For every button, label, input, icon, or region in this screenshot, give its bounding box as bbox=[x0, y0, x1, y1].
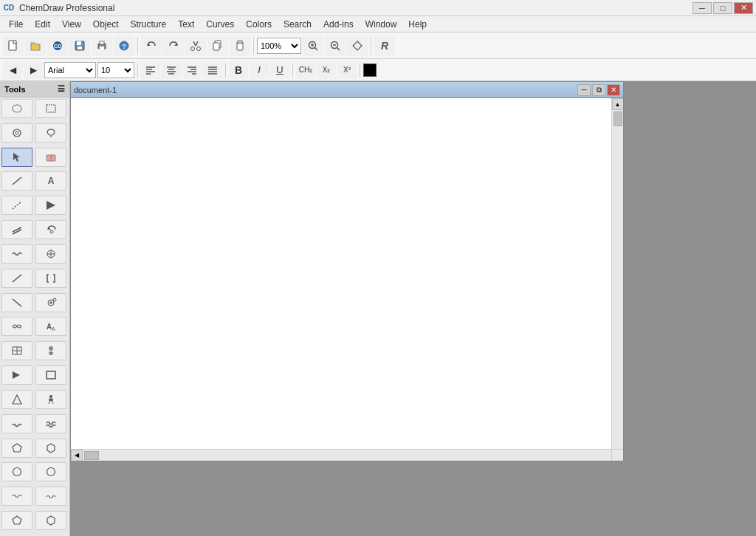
tool-person[interactable] bbox=[35, 390, 66, 409]
menu-colors[interactable]: Colors bbox=[240, 16, 278, 32]
scroll-up-button[interactable]: ▲ bbox=[612, 98, 624, 110]
tool-table[interactable] bbox=[1, 341, 32, 360]
tool-penta2[interactable] bbox=[1, 511, 32, 530]
tool-lasso[interactable] bbox=[35, 123, 66, 142]
redo-button[interactable] bbox=[163, 35, 184, 56]
tool-attach-point[interactable] bbox=[35, 293, 66, 312]
zoom-in-button[interactable] bbox=[303, 35, 323, 56]
help-button[interactable]: ? bbox=[114, 35, 134, 56]
tool-triangle[interactable] bbox=[1, 390, 32, 409]
tool-bond-line[interactable] bbox=[1, 269, 32, 288]
tool-wedge-bond[interactable] bbox=[35, 196, 66, 215]
bold-button[interactable]: B bbox=[229, 61, 248, 79]
svg-marker-76 bbox=[13, 395, 21, 404]
document-restore-button[interactable]: ⧉ bbox=[592, 84, 605, 96]
print-button[interactable] bbox=[92, 35, 112, 56]
menu-text[interactable]: Text bbox=[172, 16, 200, 32]
copy-button[interactable] bbox=[207, 35, 228, 56]
tool-bond-double[interactable] bbox=[1, 220, 32, 239]
actual-size-button[interactable] bbox=[347, 35, 368, 56]
vertical-scrollbar[interactable]: ▲ ▼ bbox=[611, 98, 623, 461]
menu-object[interactable]: Object bbox=[87, 16, 125, 32]
tool-pentagon[interactable] bbox=[1, 439, 32, 458]
tool-play-arrow[interactable] bbox=[1, 365, 32, 385]
tool-bond-line2[interactable] bbox=[1, 293, 32, 312]
superscript-button[interactable]: X² bbox=[337, 61, 357, 79]
tool-hexagon[interactable] bbox=[35, 439, 66, 458]
tool-wave3[interactable] bbox=[1, 487, 32, 506]
tool-text-size[interactable]: AA bbox=[35, 317, 66, 336]
tools-menu-icon[interactable]: ☰ bbox=[58, 84, 65, 94]
scroll-thumb-h[interactable] bbox=[84, 451, 99, 460]
paste-button[interactable] bbox=[230, 35, 250, 56]
format-arrow-left[interactable]: ◀ bbox=[3, 61, 22, 79]
color-swatch[interactable] bbox=[363, 63, 377, 77]
tool-wave4[interactable] bbox=[35, 487, 66, 506]
tool-rect-marquee[interactable] bbox=[35, 99, 66, 118]
tool-circle2[interactable] bbox=[35, 462, 66, 481]
scroll-thumb-v[interactable] bbox=[614, 111, 622, 126]
format-arrow-right[interactable]: ▶ bbox=[24, 61, 43, 79]
maximize-button[interactable]: □ bbox=[713, 2, 732, 14]
align-left-button[interactable] bbox=[141, 61, 160, 79]
menu-view[interactable]: View bbox=[56, 16, 87, 32]
tool-text[interactable]: A bbox=[35, 171, 66, 190]
r-group-button[interactable]: R bbox=[374, 35, 395, 56]
svg-line-79 bbox=[52, 402, 53, 404]
menu-structure[interactable]: Structure bbox=[125, 16, 173, 32]
tool-erase[interactable] bbox=[35, 148, 66, 167]
tool-atom-map[interactable] bbox=[35, 244, 66, 264]
menu-addins[interactable]: Add-ins bbox=[317, 16, 360, 32]
zoom-out-button[interactable] bbox=[325, 35, 346, 56]
tool-bond-single[interactable] bbox=[1, 171, 32, 190]
close-button[interactable]: ✕ bbox=[734, 2, 753, 14]
tool-rotate[interactable] bbox=[35, 220, 66, 239]
menu-file[interactable]: File bbox=[3, 16, 29, 32]
document-minimize-button[interactable]: ─ bbox=[577, 84, 591, 96]
tool-circle[interactable] bbox=[1, 462, 32, 481]
underline-button[interactable]: U bbox=[270, 61, 289, 79]
tool-orbital[interactable] bbox=[1, 317, 32, 336]
tool-rect[interactable] bbox=[35, 365, 66, 385]
tool-wave-line[interactable] bbox=[1, 414, 32, 433]
chemdraw-icon-btn[interactable]: CD bbox=[47, 35, 68, 56]
open-button[interactable] bbox=[25, 35, 46, 56]
menu-window[interactable]: Window bbox=[360, 16, 403, 32]
undo-button[interactable] bbox=[141, 35, 162, 56]
svg-rect-0 bbox=[9, 41, 16, 50]
ch2-button[interactable]: CH₂ bbox=[296, 61, 315, 79]
document-content[interactable]: ▲ ▼ ◀ bbox=[71, 98, 623, 461]
tool-wavy-bond[interactable] bbox=[1, 244, 32, 264]
tool-bracket[interactable] bbox=[35, 269, 66, 288]
horizontal-scrollbar[interactable]: ◀ bbox=[71, 449, 611, 461]
italic-button[interactable]: I bbox=[250, 61, 269, 79]
menu-edit[interactable]: Edit bbox=[29, 16, 56, 32]
document-close-button[interactable]: ✕ bbox=[607, 84, 620, 96]
minimize-button[interactable]: ─ bbox=[693, 2, 712, 14]
tool-perspective[interactable] bbox=[1, 123, 32, 142]
zoom-select[interactable]: 100% bbox=[257, 38, 301, 54]
font-size-select[interactable]: 10 bbox=[97, 62, 134, 78]
title-bar-left: CD ChemDraw Professional bbox=[3, 2, 114, 14]
tool-3d[interactable] bbox=[35, 341, 66, 360]
font-select[interactable]: Arial bbox=[44, 62, 96, 78]
tool-hexa2[interactable] bbox=[35, 511, 66, 530]
cut-button[interactable] bbox=[185, 35, 206, 56]
tool-oval-marquee[interactable] bbox=[1, 99, 32, 118]
align-right-button[interactable] bbox=[182, 61, 202, 79]
tool-select[interactable] bbox=[1, 148, 32, 167]
document-title-buttons[interactable]: ─ ⧉ ✕ bbox=[577, 84, 620, 96]
tool-bond-dashed[interactable] bbox=[1, 196, 32, 215]
align-justify-button[interactable] bbox=[203, 61, 222, 79]
new-button[interactable] bbox=[3, 35, 24, 56]
menu-curves[interactable]: Curves bbox=[200, 16, 240, 32]
save-button[interactable] bbox=[69, 35, 90, 56]
align-center-button[interactable] bbox=[162, 61, 181, 79]
subscript-button[interactable]: X₂ bbox=[317, 61, 336, 79]
title-controls[interactable]: ─ □ ✕ bbox=[693, 2, 753, 14]
tool-wave-line2[interactable] bbox=[35, 414, 66, 433]
svg-marker-80 bbox=[13, 444, 21, 452]
scroll-left-button[interactable]: ◀ bbox=[71, 450, 83, 461]
menu-search[interactable]: Search bbox=[278, 16, 317, 32]
menu-help[interactable]: Help bbox=[402, 16, 433, 32]
